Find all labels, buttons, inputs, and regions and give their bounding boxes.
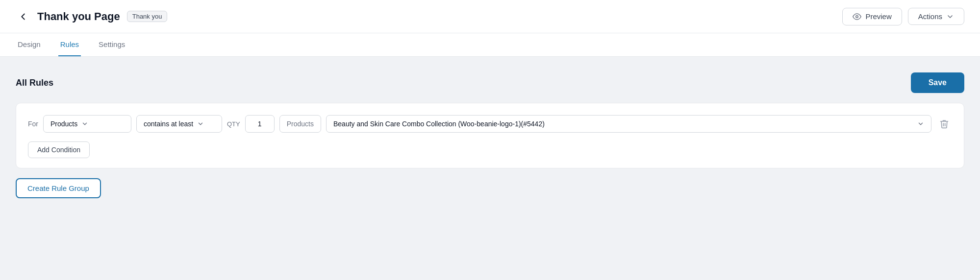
main-content: All Rules Save For Products contains at …: [0, 57, 980, 214]
chevron-down-icon: [917, 120, 924, 127]
tab-settings[interactable]: Settings: [97, 33, 127, 56]
rule-row: For Products contains at least QTY Produ…: [28, 115, 952, 133]
chevron-down-icon: [197, 120, 204, 127]
create-rule-group-button[interactable]: Create Rule Group: [16, 178, 101, 198]
for-label: For: [28, 120, 38, 128]
products-tag: Products: [279, 115, 321, 133]
preview-button[interactable]: Preview: [842, 8, 902, 25]
rules-header: All Rules Save: [16, 72, 964, 93]
rule-group-card: For Products contains at least QTY Produ…: [16, 103, 964, 168]
chevron-down-icon: [81, 120, 88, 127]
tab-design[interactable]: Design: [16, 33, 43, 56]
page-badge: Thank you: [127, 11, 168, 22]
delete-rule-button[interactable]: [936, 116, 952, 132]
condition-select[interactable]: contains at least: [136, 115, 222, 133]
all-rules-title: All Rules: [16, 78, 53, 88]
qty-label: QTY: [227, 120, 240, 128]
actions-button[interactable]: Actions: [908, 8, 964, 25]
page-title: Thank you Page: [37, 10, 120, 23]
header-actions: Preview Actions: [842, 8, 964, 25]
add-condition-button[interactable]: Add Condition: [28, 141, 90, 158]
back-button[interactable]: [16, 9, 30, 24]
for-products-select[interactable]: Products: [43, 115, 131, 133]
tabs-bar: Design Rules Settings: [0, 33, 980, 57]
save-button[interactable]: Save: [911, 72, 964, 93]
chevron-down-icon: [946, 13, 954, 21]
eye-icon: [853, 12, 861, 21]
svg-point-0: [856, 15, 858, 18]
qty-input[interactable]: [245, 115, 275, 133]
product-value-select[interactable]: Beauty and Skin Care Combo Collection (W…: [326, 115, 931, 133]
trash-icon: [939, 119, 949, 129]
tab-rules[interactable]: Rules: [58, 33, 81, 56]
